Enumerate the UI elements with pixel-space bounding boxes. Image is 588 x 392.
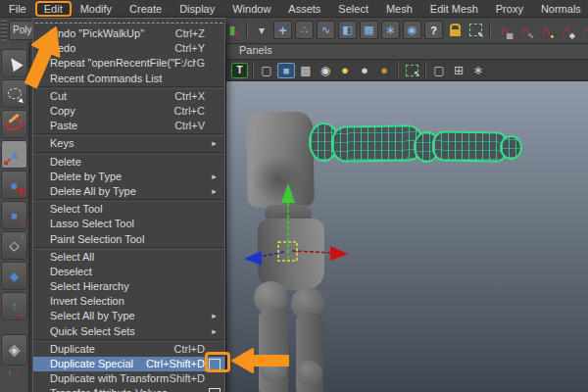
menu-item-label: Duplicate: [50, 342, 174, 357]
wireframe-display-icon[interactable]: [258, 63, 275, 78]
menu-item-copy[interactable]: CopyCtrl+C: [33, 104, 224, 119]
menu-item-shortcut: Ctrl+D: [174, 342, 205, 357]
isolate-select-icon[interactable]: [403, 63, 420, 78]
mask-rendering-icon[interactable]: [403, 21, 421, 39]
viewport-panel: Panels: [224, 43, 588, 392]
menu-item-cut[interactable]: CutCtrl+X: [33, 89, 224, 104]
paint-select-tool[interactable]: [1, 110, 27, 138]
menu-tearoff-handle[interactable]: [33, 19, 224, 26]
soft-modification-button[interactable]: [1, 262, 27, 290]
mini-axis-button[interactable]: [2, 368, 26, 379]
menubar-item-proxy[interactable]: Proxy: [487, 1, 532, 17]
highlight-selection-icon[interactable]: [466, 22, 484, 39]
mask-misc-icon[interactable]: [424, 21, 443, 39]
mask-dynamics-icon[interactable]: [381, 21, 400, 39]
light-gray-icon[interactable]: [356, 63, 373, 78]
select-by-hierarchy-icon[interactable]: [223, 22, 241, 39]
menu-item-delete-all-by-type[interactable]: Delete All by Type▸: [33, 184, 224, 199]
menu-item-label: Select All by Type: [50, 309, 207, 323]
textured-toggle-icon[interactable]: [231, 63, 248, 78]
selection-mode-chevron-icon[interactable]: [253, 22, 270, 39]
option-box[interactable]: [209, 388, 220, 392]
light-yellow-icon[interactable]: [336, 63, 354, 78]
xray-icon[interactable]: [430, 63, 448, 78]
show-manipulator-button[interactable]: [1, 292, 27, 320]
manipulator-y-arrowhead[interactable]: [281, 183, 295, 203]
lasso-tool[interactable]: [1, 79, 27, 108]
menu-item-paint-selection-tool[interactable]: Paint Selection Tool: [33, 231, 224, 246]
menu-item-quick-select-sets[interactable]: Quick Select Sets▸: [33, 324, 224, 339]
snap-view-icon[interactable]: [578, 22, 588, 39]
manipulator-z-axis[interactable]: [259, 252, 284, 257]
menu-item-invert-selection[interactable]: Invert Selection: [33, 294, 224, 309]
panel-menu-panels[interactable]: Panels: [226, 43, 588, 60]
menu-item-shortcut: Shift+D: [170, 371, 205, 386]
render-globe-icon[interactable]: [317, 63, 334, 78]
textured-display-icon[interactable]: [297, 63, 315, 78]
menu-item-lasso-select-tool[interactable]: Lasso Select Tool: [33, 217, 224, 231]
menu-item-label: Keys: [50, 136, 207, 151]
snap-curve-icon[interactable]: [516, 22, 534, 39]
menu-item-end-cell: ▸: [207, 184, 221, 199]
viewport-canvas[interactable]: [226, 81, 588, 392]
menubar-item-window[interactable]: Window: [223, 1, 279, 17]
shaded-display-icon[interactable]: [277, 63, 295, 78]
menubar-item-edit[interactable]: Edit: [35, 1, 72, 17]
menu-item-paste[interactable]: PasteCtrl+V: [33, 119, 224, 133]
menubar-item-edit-mesh[interactable]: Edit Mesh: [421, 1, 487, 17]
menubar-item-display[interactable]: Display: [171, 1, 223, 17]
menu-item-duplicate[interactable]: DuplicateCtrl+D: [33, 342, 224, 357]
manipulator-x-arrowhead[interactable]: [330, 246, 348, 261]
menubar-item-modify[interactable]: Modify: [72, 1, 121, 17]
scale-tool[interactable]: [1, 201, 27, 229]
mask-deformations-icon[interactable]: [360, 21, 378, 39]
lock-selection-icon[interactable]: [446, 22, 464, 39]
manipulator-x-axis[interactable]: [292, 251, 333, 253]
snap-plane-icon[interactable]: [558, 22, 575, 39]
manipulator-z-arrowhead[interactable]: [244, 251, 262, 266]
universal-manipulator-button[interactable]: [1, 231, 27, 260]
menubar-item-create[interactable]: Create: [121, 1, 171, 17]
menu-item-deselect[interactable]: Deselect: [33, 265, 224, 279]
menubar-item-file[interactable]: File: [0, 1, 35, 17]
snap-grid-icon[interactable]: [496, 22, 514, 39]
menu-item-transfer-attribute-values[interactable]: Transfer Attribute Values: [33, 386, 224, 392]
menu-item-keys[interactable]: Keys▸: [33, 136, 224, 151]
select-tool[interactable]: [1, 49, 27, 77]
menu-item-label: Undo "PickWalkUp": [50, 26, 175, 41]
option-box[interactable]: [209, 359, 220, 370]
menubar-item-select[interactable]: Select: [329, 1, 377, 17]
menu-item-delete[interactable]: Delete: [33, 155, 224, 170]
xray-joints-icon[interactable]: [450, 63, 467, 78]
menubar-item-mesh[interactable]: Mesh: [377, 1, 421, 17]
move-tool[interactable]: [1, 140, 27, 169]
menu-item-duplicate-special[interactable]: Duplicate SpecialCtrl+Shift+D: [33, 357, 224, 371]
layout-single-button[interactable]: [1, 334, 27, 366]
menu-item-repeat-openrecentfile-f-chanda[interactable]: Repeat "openRecentFile("F:/chanda..."G: [33, 56, 224, 71]
snap-point-icon[interactable]: [537, 22, 555, 39]
light-gold-icon[interactable]: [375, 63, 393, 78]
menu-item-label: Paste: [50, 119, 174, 133]
menubar-item-normals[interactable]: Normals: [532, 1, 588, 17]
menu-item-recent-commands-list[interactable]: Recent Commands List: [33, 72, 224, 86]
separations-icon[interactable]: [469, 63, 487, 78]
mask-surfaces-icon[interactable]: [338, 21, 357, 39]
mask-points-icon[interactable]: [295, 21, 314, 39]
rotate-tool[interactable]: [1, 171, 27, 199]
menu-item-end-cell: [207, 388, 221, 392]
menu-item-duplicate-with-transform[interactable]: Duplicate with TransformShift+D: [33, 371, 224, 386]
menu-item-redo[interactable]: RedoCtrl+Y: [33, 41, 224, 56]
mask-curves-icon[interactable]: [317, 21, 335, 39]
menu-item-select-all-by-type[interactable]: Select All by Type▸: [33, 309, 224, 323]
menu-item-select-hierarchy[interactable]: Select Hierarchy: [33, 279, 224, 294]
divider: [397, 62, 399, 78]
menubar-item-assets[interactable]: Assets: [279, 1, 329, 17]
status-line-grip[interactable]: [1, 19, 7, 41]
mask-all-icon[interactable]: [273, 21, 292, 39]
menu-item-undo-pickwalkup[interactable]: Undo "PickWalkUp"Ctrl+Z: [33, 26, 224, 41]
divider: [252, 62, 254, 78]
menu-item-select-tool[interactable]: Select Tool: [33, 202, 224, 217]
submenu-arrow-icon: ▸: [212, 184, 217, 199]
menu-item-delete-by-type[interactable]: Delete by Type▸: [33, 170, 224, 184]
menu-item-select-all[interactable]: Select All: [33, 250, 224, 265]
